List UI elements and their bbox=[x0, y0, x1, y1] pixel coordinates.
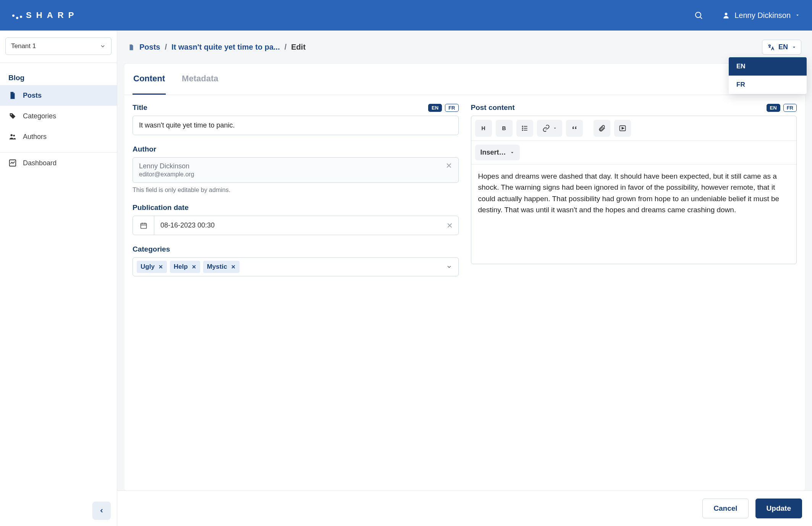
sidebar-item-authors[interactable]: Authors bbox=[0, 126, 117, 147]
tags-icon bbox=[8, 112, 17, 120]
paperclip-icon bbox=[598, 124, 606, 132]
field-author: Author Lenny Dickinson editor@example.or… bbox=[133, 145, 459, 194]
chart-icon bbox=[8, 159, 17, 167]
topbar: SHARP Lenny Dickinson bbox=[0, 0, 812, 31]
translate-icon bbox=[767, 44, 775, 51]
brand: SHARP bbox=[12, 10, 79, 20]
calendar-icon bbox=[133, 216, 154, 235]
breadcrumb-root[interactable]: Posts bbox=[139, 43, 160, 52]
svg-point-0 bbox=[696, 12, 701, 18]
svg-line-1 bbox=[700, 17, 702, 19]
title-label: Title bbox=[133, 103, 147, 112]
author-helper: This field is only editable by admins. bbox=[133, 187, 459, 194]
brand-dots-icon bbox=[12, 11, 22, 19]
chevron-down-icon bbox=[553, 126, 557, 130]
editor-heading-button[interactable]: H bbox=[475, 120, 492, 137]
editor-attachment-button[interactable] bbox=[594, 120, 610, 137]
author-clear[interactable]: ✕ bbox=[446, 161, 452, 170]
editor-video-button[interactable] bbox=[614, 120, 631, 137]
pubdate-value: 08-16-2023 00:30 bbox=[154, 216, 458, 235]
editor: H B bbox=[471, 116, 797, 264]
form-card: Content Metadata Title EN FR bbox=[124, 64, 805, 491]
breadcrumb-title[interactable]: It wasn't quite yet time to pa... bbox=[171, 43, 280, 52]
user-icon bbox=[722, 11, 730, 19]
editor-list-button[interactable] bbox=[516, 120, 533, 137]
editor-bold-button[interactable]: B bbox=[496, 120, 513, 137]
sidebar-item-posts[interactable]: Posts bbox=[0, 85, 117, 106]
editor-body[interactable]: Hopes and dreams were dashed that day. I… bbox=[471, 165, 797, 264]
cancel-button[interactable]: Cancel bbox=[702, 499, 748, 518]
author-select[interactable]: Lenny Dickinson editor@example.org ✕ bbox=[133, 157, 459, 183]
svg-rect-7 bbox=[141, 223, 146, 228]
author-name: Lenny Dickinson bbox=[139, 162, 194, 170]
users-icon bbox=[8, 132, 17, 141]
sidebar-item-label: Authors bbox=[23, 133, 47, 141]
language-current: EN bbox=[778, 43, 788, 51]
chevron-down-icon bbox=[100, 43, 106, 49]
content-lang-en[interactable]: EN bbox=[767, 104, 780, 112]
sidebar-item-label: Dashboard bbox=[23, 159, 57, 167]
chevron-down-icon bbox=[446, 264, 452, 270]
sidebar-item-dashboard[interactable]: Dashboard bbox=[0, 153, 117, 173]
form-right-column: Post content EN FR H B bbox=[471, 103, 797, 286]
editor-quote-button[interactable] bbox=[566, 120, 583, 137]
category-tag: Ugly✕ bbox=[137, 261, 167, 273]
field-content: Post content EN FR H B bbox=[471, 103, 797, 264]
language-menu: EN FR bbox=[729, 57, 807, 94]
field-pubdate: Publication date 08-16-2023 00:30 ✕ bbox=[133, 203, 459, 235]
tab-metadata[interactable]: Metadata bbox=[181, 64, 219, 95]
svg-point-5 bbox=[13, 135, 15, 137]
svg-point-3 bbox=[11, 114, 12, 115]
chevron-down-icon bbox=[510, 150, 514, 155]
title-lang-fr[interactable]: FR bbox=[445, 104, 458, 112]
field-categories: Categories Ugly✕ Help✕ Mystic✕ bbox=[133, 245, 459, 276]
brand-text: SHARP bbox=[26, 10, 79, 20]
form-footer: Cancel Update bbox=[117, 491, 812, 526]
user-name: Lenny Dickinson bbox=[734, 11, 791, 20]
document-icon bbox=[128, 43, 135, 52]
sidebar-item-label: Categories bbox=[23, 112, 56, 120]
title-input[interactable] bbox=[133, 116, 459, 135]
user-menu[interactable]: Lenny Dickinson bbox=[722, 11, 800, 20]
breadcrumb: Posts / It wasn't quite yet time to pa..… bbox=[128, 43, 306, 52]
categories-select[interactable]: Ugly✕ Help✕ Mystic✕ bbox=[133, 257, 459, 276]
field-title: Title EN FR bbox=[133, 103, 459, 135]
main: Posts / It wasn't quite yet time to pa..… bbox=[117, 31, 812, 526]
svg-point-2 bbox=[725, 13, 728, 15]
sidebar-group-blog: Blog bbox=[0, 63, 117, 85]
editor-insert-button[interactable]: Insert… bbox=[475, 145, 520, 160]
title-lang-en[interactable]: EN bbox=[428, 104, 442, 112]
language-option-fr[interactable]: FR bbox=[729, 76, 807, 94]
chevron-left-icon bbox=[99, 508, 105, 514]
chevron-down-icon bbox=[792, 45, 796, 50]
tabs: Content Metadata bbox=[124, 64, 805, 95]
update-button[interactable]: Update bbox=[755, 499, 802, 518]
pubdate-label: Publication date bbox=[133, 203, 459, 212]
quote-icon bbox=[571, 124, 578, 132]
play-box-icon bbox=[619, 124, 626, 132]
svg-marker-18 bbox=[622, 127, 624, 129]
pubdate-clear[interactable]: ✕ bbox=[446, 221, 453, 230]
category-remove[interactable]: ✕ bbox=[192, 264, 196, 270]
tab-content[interactable]: Content bbox=[133, 64, 166, 95]
sidebar-item-categories[interactable]: Categories bbox=[0, 106, 117, 126]
category-tag: Mystic✕ bbox=[203, 261, 239, 273]
svg-point-4 bbox=[11, 134, 13, 137]
category-remove[interactable]: ✕ bbox=[231, 264, 236, 270]
pubdate-input[interactable]: 08-16-2023 00:30 ✕ bbox=[133, 216, 459, 235]
form-left-column: Title EN FR Author L bbox=[133, 103, 459, 286]
author-email: editor@example.org bbox=[139, 171, 194, 178]
editor-toolbar: H B bbox=[471, 116, 797, 141]
breadcrumb-row: Posts / It wasn't quite yet time to pa..… bbox=[117, 31, 812, 58]
svg-point-16 bbox=[522, 130, 523, 131]
editor-link-button[interactable] bbox=[537, 120, 562, 137]
category-remove[interactable]: ✕ bbox=[159, 264, 163, 270]
tenant-select[interactable]: Tenant 1 bbox=[5, 37, 112, 55]
sidebar-collapse-button[interactable] bbox=[92, 502, 111, 520]
content-lang-fr[interactable]: FR bbox=[783, 104, 797, 112]
author-label: Author bbox=[133, 145, 459, 153]
search-button[interactable] bbox=[694, 11, 703, 20]
language-option-en[interactable]: EN bbox=[729, 57, 807, 76]
document-icon bbox=[8, 91, 17, 100]
language-button[interactable]: EN bbox=[762, 40, 801, 55]
